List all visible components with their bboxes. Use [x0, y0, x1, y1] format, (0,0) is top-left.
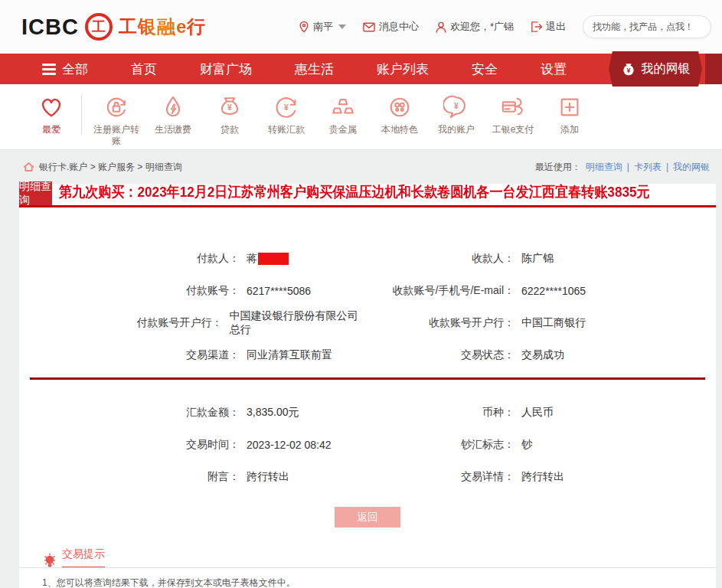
cash-remit-flag: 钞	[515, 438, 532, 452]
nav-item-security[interactable]: 安全	[472, 60, 498, 78]
user-icon	[436, 21, 446, 33]
transaction-status: 交易成功	[515, 348, 564, 362]
currency: 人民币	[515, 406, 554, 420]
nav-item-accounts[interactable]: 账户列表	[377, 60, 429, 78]
tab-detail-query[interactable]: 明细查询	[19, 181, 52, 205]
search-input[interactable]	[593, 21, 711, 32]
page: ICBC 工 工银融e行 南平 消息中心 欢迎您，*广锦	[0, 0, 722, 588]
nav-label-settings: 设置	[541, 60, 567, 78]
tip-item: 1、您可以将查询结果下载，并保存到文本或电子表格文件中。	[42, 576, 716, 588]
quick-item-my-account[interactable]: ¥ 我的账户	[428, 93, 485, 136]
quick-item-register-transfer[interactable]: 注册账户转账	[88, 93, 145, 147]
field-label: 币种：	[368, 406, 515, 420]
nav-item-settings[interactable]: 设置	[541, 60, 567, 78]
bulb-icon	[42, 551, 57, 568]
field-label: 付款人：	[19, 252, 240, 266]
breadcrumb-strip: 银行卡.账户 > 账户服务 > 明细查询 最近使用： 明细查询 | 卡列表 | …	[0, 150, 722, 184]
heart-icon	[38, 93, 65, 121]
quick-item-add[interactable]: 添加	[541, 93, 598, 136]
transaction-headline: 第九次购买：2023年12月2日江苏常州客户购买保温压边机和长款卷圆机各一台发江…	[52, 182, 650, 205]
field-label: 收款账号/手机号/E-mail：	[368, 284, 515, 298]
location-selector[interactable]: 南平	[299, 20, 346, 34]
tips-header: 交易提示	[42, 547, 716, 568]
recent-link-card-list[interactable]: 卡列表	[634, 161, 662, 174]
quick-item-loan[interactable]: ¥ 贷款	[201, 93, 258, 136]
back-button[interactable]: 返回	[335, 507, 400, 528]
field-label: 交易状态：	[368, 348, 515, 362]
add-icon	[556, 93, 583, 121]
field-label: 付款账号开户行：	[19, 316, 222, 330]
droplet-lightning-icon	[159, 93, 187, 121]
quick-label: 工银e支付	[488, 124, 537, 136]
logout-label: 退出	[546, 20, 566, 34]
quick-access-row: 最爱 注册账户转账 生活缴费 ¥	[0, 84, 722, 150]
hamburger-icon	[42, 64, 56, 75]
field-label: 交易时间：	[19, 438, 240, 452]
quick-label: 生活缴费	[149, 124, 198, 136]
gold-bars-icon	[329, 93, 357, 121]
vertical-divider	[81, 95, 82, 135]
quick-item-favorites[interactable]: 最爱	[23, 93, 80, 136]
field-row: 附言： 跨行转出 交易详情： 跨行转出	[19, 461, 716, 493]
location-pin-icon	[299, 21, 309, 33]
detail-card: 明细查询 第九次购买：2023年12月2日江苏常州客户购买保温压边机和长款卷圆机…	[19, 184, 716, 588]
svg-text:¥: ¥	[284, 103, 289, 112]
payee-account: 6222****1065	[515, 285, 586, 297]
quick-label: 最爱	[27, 124, 76, 136]
quick-item-epay[interactable]: 工银e支付	[485, 93, 541, 136]
transfer-yen-icon: ¥	[273, 93, 300, 121]
my-ebank-button[interactable]: ¥ 我的网银	[609, 51, 702, 87]
nav-item-life[interactable]: 惠生活	[295, 60, 334, 78]
recent-link-my-ebank[interactable]: 我的网银	[673, 161, 710, 174]
nav-item-home[interactable]: 首页	[131, 60, 157, 78]
detail-fields-bottom: 汇款金额： 3,835.00元 币种： 人民币 交易时间： 2023-12-02…	[19, 380, 716, 493]
quick-item-transfer[interactable]: ¥ 转账汇款	[258, 93, 315, 136]
field-row: 汇款金额： 3,835.00元 币种： 人民币	[19, 397, 716, 429]
quick-item-precious-metal[interactable]: 贵金属	[315, 93, 371, 136]
welcome-user[interactable]: 欢迎您，*广锦	[436, 20, 514, 34]
tips-title: 交易提示	[62, 547, 105, 568]
nav-label-security: 安全	[472, 60, 498, 78]
recent-link-detail-query[interactable]: 明细查询	[586, 161, 622, 174]
field-row: 付款人： 蒋 收款人： 陈广锦	[19, 243, 716, 275]
transaction-channel: 同业清算互联前置	[240, 348, 332, 362]
field-label: 收款人：	[368, 252, 515, 266]
search-box[interactable]	[583, 15, 711, 38]
detail-fields-top: 付款人： 蒋 收款人： 陈广锦 付款账号： 6217****5086 收款账号/…	[19, 207, 716, 371]
message-center-link[interactable]: 消息中心	[363, 20, 419, 34]
my-ebank-label: 我的网银	[642, 61, 691, 77]
payer-bank: 中国建设银行股份有限公司总行	[222, 309, 368, 337]
remit-amount: 3,835.00元	[240, 406, 299, 420]
separator: |	[627, 162, 629, 172]
recent-used: 最近使用： 明细查询 | 卡列表 | 我的网银	[535, 161, 710, 174]
payer-account: 6217****5086	[240, 285, 311, 297]
field-label: 附言：	[19, 470, 240, 484]
ribbon-tail	[705, 54, 722, 84]
welcome-label: 欢迎您，*广锦	[450, 20, 514, 34]
message-center-label: 消息中心	[379, 20, 419, 34]
quick-label: 本地特色	[375, 124, 424, 136]
account-bubble-yen-icon: ¥	[443, 93, 470, 121]
quick-label: 添加	[545, 124, 594, 136]
redaction-block	[258, 253, 289, 265]
quick-label: 贵金属	[319, 124, 368, 136]
icbc-logo-text: ICBC	[21, 15, 79, 40]
chevron-down-icon	[338, 24, 346, 29]
register-transfer-icon	[103, 93, 130, 121]
breadcrumb[interactable]: 银行卡.账户 > 账户服务 > 明细查询	[23, 161, 182, 174]
nav-label-accounts: 账户列表	[377, 60, 429, 78]
payer-name: 蒋	[247, 252, 257, 266]
quick-label: 贷款	[205, 124, 254, 136]
home-icon	[23, 162, 34, 172]
field-label: 交易渠道：	[19, 348, 240, 362]
logout-button[interactable]: 退出	[531, 20, 566, 34]
nav-item-all[interactable]: 全部	[42, 60, 88, 78]
quick-item-life-payment[interactable]: 生活缴费	[145, 93, 201, 136]
epay-card-icon	[499, 93, 527, 121]
field-label: 汇款金额：	[19, 406, 240, 420]
nav-item-wealth[interactable]: 财富广场	[200, 60, 252, 78]
svg-text:¥: ¥	[454, 102, 459, 110]
money-bag-icon: ¥	[621, 61, 636, 77]
payee-name: 陈广锦	[515, 252, 554, 266]
quick-item-local-feature[interactable]: 本地特色	[371, 93, 428, 136]
